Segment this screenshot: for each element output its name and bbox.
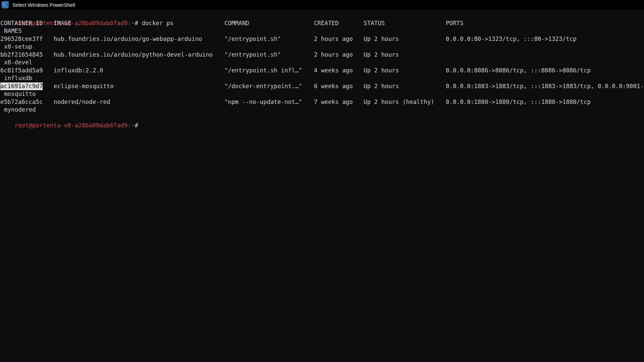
cell-command: "/entrypoint.sh" [224, 35, 281, 43]
header-names: NAMES [4, 27, 22, 35]
selected-container-id: ac1691a7c9d7 [0, 82, 43, 90]
prompt-separator: : [127, 122, 131, 129]
cell-status: Up 2 hours [364, 67, 399, 75]
cell-created: 2 hours ago [314, 51, 353, 59]
prompt-user-host: root@portenta-x8-a28ba09dab6fad9 [14, 122, 127, 129]
prompt-symbol: # [135, 122, 138, 129]
header-image: IMAGE [54, 19, 71, 27]
cell-image: influxdb:2.2.0 [54, 67, 103, 75]
cell-status: Up 2 hours (healthy) [364, 98, 434, 106]
cell-ports: 0.0.0.0:8086->8086/tcp, :::8086->8086/tc… [446, 67, 591, 75]
powershell-icon: ›_ [2, 1, 9, 8]
cell-command: "/docker-entrypoint.…" [224, 82, 302, 90]
terminal-screen[interactable]: root@portenta-x8-a28ba09dab6fad9:~#docke… [0, 11, 644, 122]
table-row-name-wrap: mynodered [0, 106, 644, 114]
cell-created: 2 hours ago [314, 35, 353, 43]
cell-ports: 0.0.0.0:1880->1880/tcp, :::1880->1880/tc… [446, 98, 591, 106]
cell-container-id: e5b72a6cca5c [0, 98, 43, 106]
cell-command: "npm --no-update-not…" [224, 98, 302, 106]
table-row-name-wrap: influxdb [0, 74, 644, 82]
prompt-line-idle: root@portenta-x8-a28ba09dab6fad9:~# [0, 114, 644, 122]
cell-status: Up 2 hours [364, 35, 399, 43]
cell-command: "/entrypoint.sh" [224, 51, 281, 59]
header-status: STATUS [364, 19, 385, 27]
cell-image: hub.foundries.io/arduino/python-devel-ar… [54, 51, 213, 59]
cell-container-id: 6c81f5add5a9 [0, 67, 43, 75]
cell-image: eclipse-mosquitto [54, 82, 114, 90]
header-created: CREATED [314, 19, 339, 27]
cell-name: x8-setup [4, 43, 32, 51]
title-bar[interactable]: ›_ Select Windows PowerShell [0, 0, 644, 9]
table-row: 296528cee37f hub.foundries.io/arduino/go… [0, 35, 644, 43]
table-row: 6c81f5add5a9 influxdb:2.2.0 "/entrypoint… [0, 67, 644, 75]
cell-status: Up 2 hours [364, 82, 399, 90]
cell-ports: 0.0.0.0:80->1323/tcp, :::80->1323/tcp [446, 35, 577, 43]
table-row-name-wrap: x8-devel [0, 59, 644, 67]
cell-created: 4 weeks ago [314, 67, 353, 75]
table-row-name-wrap: x8-setup [0, 43, 644, 51]
cell-name: mynodered [4, 106, 36, 114]
cell-image: nodered/node-red [54, 98, 110, 106]
prompt-cwd: ~ [131, 122, 135, 129]
table-header-wrap: NAMES [0, 27, 644, 35]
cell-name: x8-devel [4, 59, 32, 67]
cell-name: mosquitto [4, 90, 36, 98]
header-container-id: CONTAINER ID [0, 19, 43, 27]
table-row: bb2f21654845 hub.foundries.io/arduino/py… [0, 51, 644, 59]
table-row: ac1691a7c9d7 eclipse-mosquitto "/docker-… [0, 82, 644, 90]
header-command: COMMAND [224, 19, 249, 27]
cell-container-id: bb2f21654845 [0, 51, 43, 59]
header-ports: PORTS [446, 19, 464, 27]
table-header-row: CONTAINER ID IMAGE COMMAND CREATED STATU… [0, 19, 644, 27]
cell-command: "/entrypoint.sh infl…" [224, 67, 302, 75]
window-title: Select Windows PowerShell [12, 2, 75, 8]
cell-status: Up 2 hours [364, 51, 399, 59]
cell-container-id: 296528cee37f [0, 35, 43, 43]
cell-created: 7 weeks ago [314, 98, 353, 106]
table-row: e5b72a6cca5c nodered/node-red "npm --no-… [0, 98, 644, 106]
cell-name: influxdb [4, 74, 32, 82]
cell-created: 6 weeks ago [314, 82, 353, 90]
prompt-line: root@portenta-x8-a28ba09dab6fad9:~#docke… [0, 11, 644, 19]
table-row-name-wrap: mosquitto [0, 90, 644, 98]
cell-ports: 0.0.0.0:1883->1883/tcp, :::1883->1883/tc… [446, 82, 644, 90]
cell-image: hub.foundries.io/arduino/go-webapp-ardui… [54, 35, 202, 43]
